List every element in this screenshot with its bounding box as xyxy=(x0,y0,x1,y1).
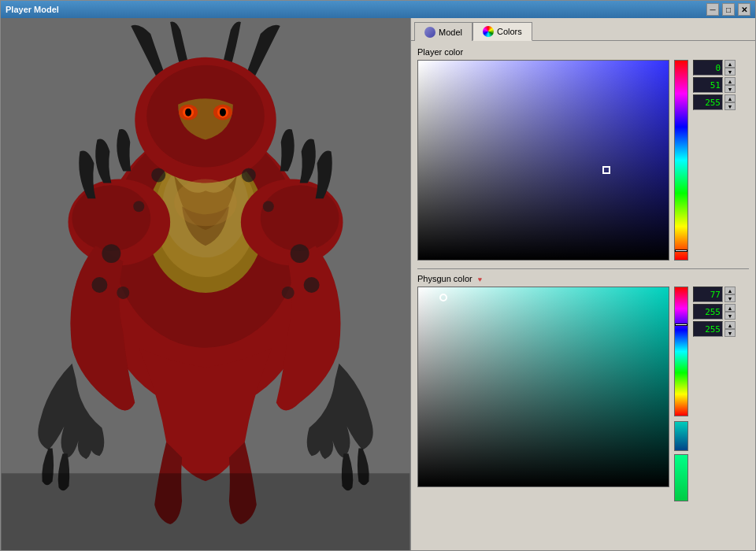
svg-point-24 xyxy=(151,168,165,182)
player-r-input[interactable]: 0 xyxy=(693,60,723,76)
svg-point-28 xyxy=(174,179,237,226)
svg-point-16 xyxy=(185,109,191,116)
physgun-g-down[interactable]: ▼ xyxy=(724,312,736,320)
player-g-down[interactable]: ▼ xyxy=(724,85,736,93)
physgun-green-bar xyxy=(674,454,688,501)
physgun-b-spinner: 255 ▲ ▼ xyxy=(693,321,736,337)
model-view xyxy=(1,18,410,550)
physgun-spinners: 77 ▲ ▼ 255 ▲ ▼ xyxy=(693,287,736,337)
physgun-small-color-bar xyxy=(674,421,688,451)
physgun-r-arrows: ▲ ▼ xyxy=(724,287,736,302)
physgun-hue-controls xyxy=(674,287,688,501)
tab-model-label: Model xyxy=(439,28,462,37)
physgun-b-down[interactable]: ▼ xyxy=(724,329,736,337)
physgun-marker-icon: ♥ xyxy=(478,276,482,283)
physgun-color-picker: 77 ▲ ▼ 255 ▲ ▼ xyxy=(417,287,749,501)
player-g-arrows: ▲ ▼ xyxy=(724,77,736,93)
svg-point-19 xyxy=(91,277,107,293)
player-r-up[interactable]: ▲ xyxy=(724,60,736,68)
player-g-input[interactable]: 51 xyxy=(693,77,723,93)
physgun-g-input[interactable]: 255 xyxy=(693,304,723,320)
player-color-picker: 0 ▲ ▼ 51 ▲ ▼ xyxy=(417,60,749,261)
player-hue-bar[interactable] xyxy=(674,60,688,261)
physgun-r-spinner: 77 ▲ ▼ xyxy=(693,287,736,302)
physgun-hue-indicator xyxy=(675,324,687,326)
player-r-arrows: ▲ ▼ xyxy=(724,60,736,76)
player-g-spinner: 51 ▲ ▼ xyxy=(693,77,736,93)
minimize-button[interactable]: ─ xyxy=(706,3,719,16)
physgun-g-up[interactable]: ▲ xyxy=(724,304,736,312)
svg-point-9 xyxy=(261,185,339,251)
restore-button[interactable]: □ xyxy=(722,3,735,16)
svg-point-7 xyxy=(72,185,151,251)
physgun-g-spinner: 255 ▲ ▼ xyxy=(693,304,736,320)
physgun-color-label: Physgun color ♥ xyxy=(417,274,749,283)
svg-point-22 xyxy=(304,277,320,293)
svg-point-26 xyxy=(242,168,256,182)
physgun-b-input[interactable]: 255 xyxy=(693,321,723,337)
panel-content: Player color xyxy=(411,41,755,550)
player-color-section: Player color xyxy=(417,47,749,261)
player-hue-controls xyxy=(674,60,688,261)
physgun-gradient-picker[interactable] xyxy=(417,287,669,487)
tab-colors-label: Colors xyxy=(497,27,522,36)
physgun-color-section: Physgun color ♥ xyxy=(417,274,749,501)
player-spinners: 0 ▲ ▼ 51 ▲ ▼ xyxy=(693,60,736,110)
svg-point-21 xyxy=(291,244,309,263)
physgun-b-up[interactable]: ▲ xyxy=(724,321,736,329)
player-b-spinner: 255 ▲ ▼ xyxy=(693,94,736,110)
player-b-down[interactable]: ▼ xyxy=(724,102,736,110)
model-tab-icon xyxy=(424,27,435,38)
physgun-crosshair xyxy=(439,294,447,301)
physgun-g-arrows: ▲ ▼ xyxy=(724,304,736,320)
physgun-secondary-bar xyxy=(674,421,688,451)
physgun-b-arrows: ▲ ▼ xyxy=(724,321,736,337)
main-content: Model Colors Player color xyxy=(1,18,755,550)
svg-point-27 xyxy=(263,201,274,212)
section-divider xyxy=(417,268,749,269)
player-color-label: Player color xyxy=(417,47,749,57)
titlebar-buttons: ─ □ ✕ xyxy=(706,3,750,16)
tab-model[interactable]: Model xyxy=(414,22,472,41)
player-g-up[interactable]: ▲ xyxy=(724,77,736,85)
svg-point-18 xyxy=(102,244,120,263)
player-b-input[interactable]: 255 xyxy=(693,94,723,110)
main-window: Player Model ─ □ ✕ xyxy=(0,0,756,551)
player-b-arrows: ▲ ▼ xyxy=(724,94,736,110)
player-r-spinner: 0 ▲ ▼ xyxy=(693,60,736,76)
colors-tab-icon xyxy=(483,26,494,37)
player-r-down[interactable]: ▼ xyxy=(724,68,736,76)
player-hue-indicator xyxy=(675,250,687,252)
tab-colors[interactable]: Colors xyxy=(472,22,532,41)
svg-point-23 xyxy=(282,287,295,299)
player-gradient-picker[interactable] xyxy=(417,60,669,261)
physgun-r-up[interactable]: ▲ xyxy=(724,287,736,294)
tabs-bar: Model Colors xyxy=(411,18,755,41)
svg-rect-29 xyxy=(2,473,410,550)
physgun-r-down[interactable]: ▼ xyxy=(724,294,736,302)
physgun-r-input[interactable]: 77 xyxy=(693,287,723,302)
physgun-hue-bar[interactable] xyxy=(674,287,688,416)
physgun-label-text: Physgun color xyxy=(417,274,472,283)
window-title: Player Model xyxy=(6,5,59,14)
svg-point-20 xyxy=(117,287,129,299)
titlebar: Player Model ─ □ ✕ xyxy=(1,1,755,18)
player-crosshair xyxy=(602,166,610,174)
close-button[interactable]: ✕ xyxy=(738,3,750,16)
right-panel: Model Colors Player color xyxy=(410,18,755,550)
player-b-up[interactable]: ▲ xyxy=(724,94,736,102)
svg-point-17 xyxy=(220,109,226,116)
svg-point-25 xyxy=(133,201,144,212)
